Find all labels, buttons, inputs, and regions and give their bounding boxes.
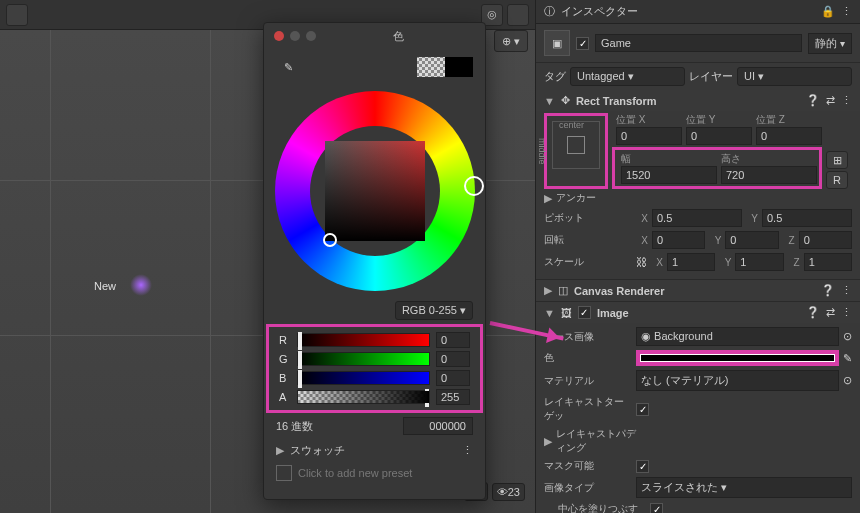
g-label: G — [279, 353, 291, 365]
close-icon[interactable] — [274, 31, 284, 41]
hue-cursor[interactable] — [464, 176, 484, 196]
lock-icon[interactable]: 🔒 — [821, 5, 835, 18]
preset-icon[interactable]: ⇄ — [826, 306, 835, 319]
pos-x-input[interactable]: 0 — [616, 127, 682, 145]
help-icon[interactable]: ❔ — [806, 306, 820, 319]
window-titlebar[interactable]: 色 — [264, 23, 485, 49]
object-picker-icon[interactable]: ⊙ — [843, 374, 852, 387]
menu-icon[interactable]: ⋮ — [841, 94, 852, 107]
inspector-title: インスペクター — [561, 4, 638, 19]
minimize-icon[interactable] — [290, 31, 300, 41]
link-icon[interactable]: ⛓ — [636, 256, 647, 268]
rect-transform-component: ▼ ✥ Rect Transform ❔ ⇄ ⋮ center middle 位… — [536, 90, 860, 280]
canvas-icon: ◫ — [558, 284, 568, 297]
image-icon: 🖼 — [561, 307, 572, 319]
a-value[interactable]: 255 — [436, 389, 470, 405]
active-checkbox[interactable]: ✓ — [576, 37, 589, 50]
foldout-icon[interactable]: ▼ — [544, 95, 555, 107]
rot-z[interactable]: 0 — [799, 231, 852, 249]
rot-y[interactable]: 0 — [725, 231, 778, 249]
menu-icon[interactable]: ⋮ — [462, 444, 473, 457]
b-slider[interactable] — [297, 371, 430, 385]
scale-x[interactable]: 1 — [667, 253, 715, 271]
object-picker-icon[interactable]: ⊙ — [843, 330, 852, 343]
fill-center-checkbox[interactable]: ✓ — [650, 503, 663, 514]
image-component: ▼🖼✓Image❔⇄⋮ ソース画像◉ Background⊙ 色✎ マテリアルな… — [536, 302, 860, 513]
a-slider[interactable] — [297, 390, 430, 404]
canvas-renderer-component: ▶◫Canvas Renderer❔⋮ — [536, 280, 860, 302]
scale-z[interactable]: 1 — [804, 253, 852, 271]
b-label: B — [279, 372, 291, 384]
source-image-field[interactable]: ◉ Background — [636, 327, 839, 346]
menu-icon[interactable]: ⋮ — [841, 5, 852, 18]
rgb-sliders-group: R 0 G 0 B 0 A 255 — [266, 324, 483, 413]
hex-input[interactable]: 000000 — [403, 417, 473, 435]
component-title: Rect Transform — [576, 95, 800, 107]
gameobject-icon[interactable]: ▣ — [544, 30, 570, 56]
eyedropper-icon[interactable]: ✎ — [843, 352, 852, 365]
height-input[interactable]: 720 — [721, 166, 817, 184]
g-slider[interactable] — [297, 352, 430, 366]
maskable-checkbox[interactable]: ✓ — [636, 460, 649, 473]
anchor-preset-button[interactable]: center middle — [552, 121, 600, 169]
b-value[interactable]: 0 — [436, 370, 470, 386]
inspector-icon: ⓘ — [544, 4, 555, 19]
blueprint-mode-button[interactable]: ⊞ — [826, 151, 848, 169]
r-slider[interactable] — [297, 333, 430, 347]
width-input[interactable]: 1520 — [621, 166, 717, 184]
color-wheel[interactable] — [275, 91, 475, 291]
pivot-x-input[interactable]: 0.5 — [652, 209, 742, 227]
preview-current — [445, 57, 473, 77]
inspector-panel: ⓘ インスペクター 🔒 ⋮ ▣ ✓ Game 静的 ▾ タグ Untagged … — [535, 0, 860, 513]
foldout-icon[interactable]: ▶ — [544, 284, 552, 297]
help-icon[interactable]: ❔ — [821, 284, 835, 297]
tool-shaded[interactable] — [6, 4, 28, 26]
rect-icon: ✥ — [561, 94, 570, 107]
pivot-y-input[interactable]: 0.5 — [762, 209, 852, 227]
menu-icon[interactable]: ⋮ — [841, 306, 852, 319]
inspector-header: ⓘ インスペクター 🔒 ⋮ — [536, 0, 860, 24]
raycast-checkbox[interactable]: ✓ — [636, 403, 649, 416]
foldout-icon[interactable]: ▼ — [544, 307, 555, 319]
tag-label: タグ — [544, 69, 566, 84]
layer-label: レイヤー — [689, 69, 733, 84]
static-dropdown[interactable]: 静的 ▾ — [808, 33, 852, 54]
eyedropper-icon[interactable]: ✎ — [276, 55, 300, 79]
foldout-icon[interactable]: ▶ — [544, 435, 552, 448]
swatch-label: スウォッチ — [290, 443, 345, 458]
help-icon[interactable]: ❔ — [806, 94, 820, 107]
add-preset-button[interactable] — [276, 465, 292, 481]
visibility-count[interactable]: 👁23 — [492, 483, 525, 501]
rot-x[interactable]: 0 — [652, 231, 705, 249]
hex-label: 16 進数 — [276, 419, 313, 434]
menu-icon[interactable]: ⋮ — [841, 284, 852, 297]
preview-original — [417, 57, 445, 77]
r-label: R — [279, 334, 291, 346]
pos-y-input[interactable]: 0 — [686, 127, 752, 145]
layer-dropdown[interactable]: UI ▾ — [737, 67, 852, 86]
object-name-input[interactable]: Game — [595, 34, 802, 52]
gizmo-dropdown[interactable]: ⊕ ▾ — [494, 30, 528, 52]
tag-dropdown[interactable]: Untagged ▾ — [570, 67, 685, 86]
r-value[interactable]: 0 — [436, 332, 470, 348]
scale-y[interactable]: 1 — [735, 253, 783, 271]
image-enabled-checkbox[interactable]: ✓ — [578, 306, 591, 319]
color-picker-window: 色 ✎ RGB 0-255 ▾ R 0 G 0 B 0 A — [263, 22, 486, 500]
raw-edit-button[interactable]: R — [826, 171, 848, 189]
saturation-box[interactable] — [325, 141, 425, 241]
image-type-dropdown[interactable]: スライスされた ▾ — [636, 477, 852, 498]
gizmo-icon[interactable] — [130, 274, 152, 296]
sat-cursor[interactable] — [323, 233, 337, 247]
a-label: A — [279, 391, 291, 403]
material-field[interactable]: なし (マテリアル) — [636, 370, 839, 391]
foldout-icon[interactable]: ▶ — [544, 192, 552, 205]
foldout-icon[interactable]: ▶ — [276, 444, 284, 457]
maximize-icon[interactable] — [306, 31, 316, 41]
color-mode-dropdown[interactable]: RGB 0-255 ▾ — [395, 301, 473, 320]
pos-z-input[interactable]: 0 — [756, 127, 822, 145]
preset-icon[interactable]: ⇄ — [826, 94, 835, 107]
color-field[interactable] — [636, 350, 839, 366]
preset-hint: Click to add new preset — [298, 467, 412, 479]
g-value[interactable]: 0 — [436, 351, 470, 367]
tool-light[interactable] — [507, 4, 529, 26]
